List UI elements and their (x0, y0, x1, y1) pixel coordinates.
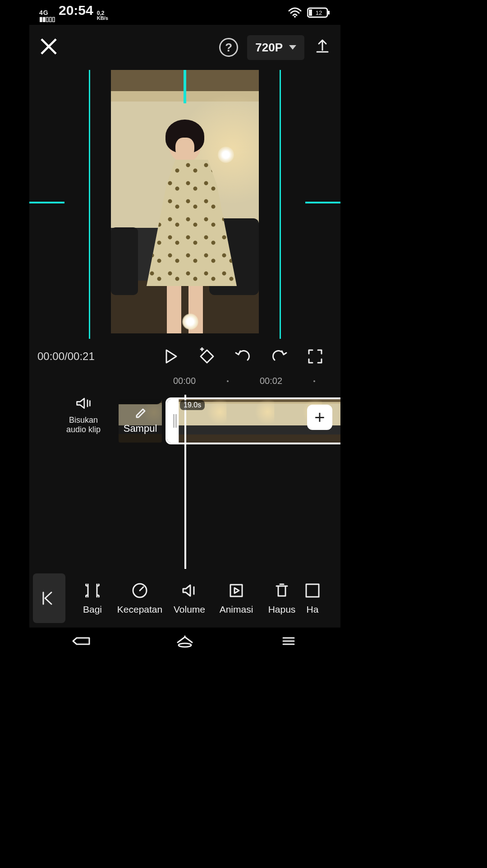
nav-back-button[interactable] (70, 634, 92, 650)
animation-icon (227, 582, 245, 600)
volume-icon (180, 582, 198, 600)
video-frame[interactable] (111, 70, 259, 333)
svg-rect-7 (306, 584, 319, 597)
network-indicator: 4G▮▮▯▯▯ (39, 9, 55, 22)
split-icon (83, 582, 101, 600)
svg-text:12: 12 (316, 9, 322, 16)
svg-point-0 (294, 16, 296, 18)
svg-rect-6 (230, 585, 242, 596)
control-handle[interactable] (218, 147, 234, 163)
video-preview[interactable] (29, 70, 340, 339)
clip-duration-badge: 19.0s (180, 400, 205, 410)
tool-partial[interactable]: Ha (303, 582, 322, 615)
svg-point-8 (179, 643, 191, 647)
guide-line (280, 70, 281, 339)
battery-icon: 12 (307, 7, 331, 18)
time-ruler[interactable]: 00:00 00:02 (29, 374, 340, 390)
ruler-dot (227, 380, 229, 382)
ruler-tick: 00:02 (260, 376, 282, 386)
status-bar: 4G▮▮▯▯▯ 20:54 0,2KB/s 12 (29, 0, 340, 25)
guide-line (29, 202, 64, 203)
chevron-down-icon (289, 45, 296, 50)
guide-line (184, 70, 186, 103)
fullscreen-button[interactable] (298, 347, 332, 365)
speed-icon (131, 582, 149, 600)
play-button[interactable] (154, 347, 188, 365)
trash-icon (273, 582, 291, 600)
wifi-icon (288, 7, 302, 18)
timeline-panel[interactable]: 00:00 00:02 Bisukanaudio klip Sampul (29, 374, 340, 569)
tool-animation[interactable]: Animasi (212, 582, 260, 615)
close-button[interactable] (38, 36, 59, 59)
svg-rect-3 (309, 9, 312, 16)
guide-line (305, 202, 340, 203)
speaker-icon (75, 397, 92, 410)
tool-delete[interactable]: Hapus (260, 582, 303, 615)
data-rate: 0,2KB/s (97, 10, 108, 21)
cover-button[interactable]: Sampul (119, 399, 162, 443)
timecode-display: 00:00/00:21 (37, 350, 95, 363)
clock: 20:54 (59, 3, 93, 18)
playback-controls: 00:00/00:21 (29, 339, 340, 374)
tools-back-button[interactable] (33, 573, 65, 623)
tool-icon (303, 582, 322, 600)
tool-volume[interactable]: Volume (166, 582, 212, 615)
ruler-dot (313, 380, 315, 382)
nav-recent-button[interactable] (278, 634, 299, 650)
editor-toolbar: ? 720P (29, 25, 340, 70)
redo-button[interactable] (262, 347, 296, 365)
cover-label: Sampul (124, 423, 157, 434)
help-button[interactable]: ? (219, 38, 238, 57)
export-button[interactable] (313, 37, 331, 57)
mute-label: Bisukanaudio klip (56, 416, 110, 435)
edit-icon (134, 407, 147, 420)
edit-tools-bar: Bagi Kecepatan Volume Animasi Hapus Ha (29, 569, 340, 628)
tool-speed[interactable]: Kecepatan (113, 582, 166, 615)
keyframe-button[interactable] (190, 347, 224, 365)
tool-split[interactable]: Bagi (72, 582, 113, 615)
mute-clip-audio-button[interactable]: Bisukanaudio klip (56, 397, 110, 435)
nav-home-button[interactable] (174, 634, 196, 650)
undo-button[interactable] (226, 347, 260, 365)
android-nav-bar (29, 628, 340, 656)
playhead[interactable] (184, 395, 186, 569)
guide-line (89, 70, 90, 339)
ruler-tick: 00:00 (173, 376, 196, 386)
resolution-label: 720P (255, 41, 283, 55)
resolution-selector[interactable]: 720P (247, 35, 304, 60)
add-clip-button[interactable]: + (307, 405, 332, 430)
svg-rect-2 (328, 11, 330, 14)
control-handle[interactable] (182, 314, 198, 330)
